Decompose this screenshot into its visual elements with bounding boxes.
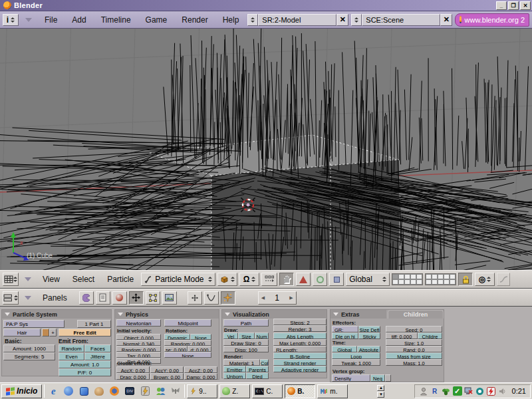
scene-browse-stepper[interactable]	[351, 14, 362, 26]
strand-render-toggle[interactable]: Strand render	[273, 359, 327, 366]
unborn-toggle[interactable]: Unborn	[223, 372, 246, 379]
frame-left-arrow-icon[interactable]: ◀	[261, 295, 265, 301]
particle-datablock-field[interactable]: PA:P Sys	[3, 320, 65, 328]
frame-counter[interactable]: ◀ 1 ▶	[258, 291, 297, 305]
size-field[interactable]: Size: 1.0	[386, 339, 442, 346]
density-dropdown[interactable]: Density	[332, 374, 370, 382]
editing-context-button[interactable]	[146, 291, 160, 305]
physics-subcontext-button[interactable]	[204, 291, 219, 305]
vel-toggle[interactable]: Vel	[223, 332, 238, 339]
tray-clock[interactable]: 0:21	[509, 387, 526, 395]
particle-subcontext-button[interactable]	[221, 291, 235, 305]
layer-buttons-right[interactable]	[425, 273, 456, 285]
adaptive-render-toggle[interactable]: Adaptive render	[273, 366, 327, 372]
physics-type-dropdown[interactable]: Newtonian	[116, 319, 161, 327]
brown-field[interactable]: Brown: 0.00	[150, 373, 184, 380]
manipulator-button[interactable]: Ω	[239, 273, 259, 286]
tray-scroll-buttons[interactable]: ▲▼	[377, 385, 384, 398]
accy-field[interactable]: AccY: 0.00	[150, 366, 184, 373]
tweak-field[interactable]: Tweak: 1.000	[332, 359, 380, 366]
globe-quicklaunch-icon[interactable]	[62, 385, 75, 397]
max-length-field[interactable]: Max Length: 0.000	[273, 339, 327, 346]
random-toggle[interactable]: Random	[59, 344, 84, 352]
vgroup-stepper[interactable]	[385, 374, 391, 382]
integrator-dropdown[interactable]: Midpoint	[164, 319, 211, 327]
panels-label[interactable]: Panels	[37, 293, 72, 303]
minimize-button[interactable]: _	[496, 1, 507, 10]
smooth-brush-button[interactable]	[313, 273, 327, 286]
taskbar-window-blender[interactable]: B.	[285, 384, 315, 398]
red-flash-tray-icon[interactable]	[487, 386, 496, 396]
antivirus-check-tray-icon[interactable]: ✓	[453, 386, 462, 396]
random-velocity-field[interactable]: Random: 0.000	[116, 346, 161, 352]
select-brush-button[interactable]	[329, 273, 344, 286]
divx-quicklaunch-icon[interactable]: DIV	[123, 385, 136, 397]
menu-game[interactable]: Game	[140, 15, 174, 25]
menu-render[interactable]: Render	[176, 15, 213, 25]
ie-quicklaunch-icon[interactable]: e	[47, 385, 60, 397]
messenger-quicklaunch-icon[interactable]	[154, 385, 167, 397]
rlength-slider[interactable]: RLength:	[273, 346, 327, 352]
se-field[interactable]: se: 0.000	[164, 346, 188, 352]
material-field[interactable]: Material: 1	[223, 359, 260, 366]
sticky-toggle[interactable]: Sticky	[358, 332, 380, 339]
title-bar[interactable]: Blender _ ❐ ✕	[0, 0, 532, 11]
children-toggle[interactable]: Childre	[418, 332, 442, 339]
tab-children[interactable]: Children	[388, 310, 444, 319]
particle-count-field[interactable]: 1 Part 1	[77, 320, 111, 328]
rand-field[interactable]: Rand: 0.0	[386, 346, 442, 352]
teal-ring-tray-icon[interactable]	[475, 386, 485, 396]
scene-selector[interactable]: SCE:Scene ✕	[351, 14, 452, 26]
collapse-triangle-icon[interactable]	[333, 313, 338, 316]
menu-file[interactable]: File	[39, 15, 63, 25]
stiff-field[interactable]: tiff: 0.000	[386, 332, 418, 339]
object-velocity-field[interactable]: Object: 0.000	[116, 334, 161, 340]
mass-from-size-toggle[interactable]: Mass from size	[386, 352, 442, 359]
restore-button[interactable]: ❐	[508, 1, 519, 10]
screen-name-field[interactable]: SR:2-Model	[258, 14, 336, 26]
object-subcontext-button[interactable]	[188, 291, 202, 305]
menu-view[interactable]: View	[37, 275, 65, 284]
scene-name-field[interactable]: SCE:Scene	[362, 14, 440, 26]
menu-add[interactable]: Add	[66, 15, 92, 25]
layer-buttons-left[interactable]	[392, 273, 423, 285]
neg-toggle[interactable]: Neg	[370, 374, 385, 382]
menu-timeline[interactable]: Timeline	[95, 15, 137, 25]
taskbar-window-cmd[interactable]: C:\C.	[252, 384, 283, 398]
emitter-toggle[interactable]: Emitter	[223, 366, 246, 372]
script-context-button[interactable]	[96, 291, 110, 305]
emit-amount-field[interactable]: Amount: 1.0	[59, 360, 111, 368]
loop-toggle[interactable]: Loop	[332, 352, 380, 359]
scene-context-button[interactable]	[162, 291, 177, 305]
leaf-tray-icon[interactable]	[442, 386, 451, 396]
faces-dropdown[interactable]: Faces	[84, 344, 111, 352]
object-context-button[interactable]	[129, 291, 144, 305]
mail-quicklaunch-icon[interactable]	[77, 385, 90, 397]
viewport-type-button[interactable]	[3, 273, 19, 286]
rotation-mode-dropdown[interactable]: None	[190, 334, 211, 340]
accz-field[interactable]: AccZ: 0.00	[184, 366, 217, 373]
even-toggle[interactable]: Even	[59, 352, 84, 360]
collapse-triangle-icon[interactable]	[25, 18, 32, 22]
pf-field[interactable]: P/F: 0	[59, 368, 111, 376]
mode-dropdown[interactable]: Particle Mode	[141, 273, 215, 286]
render-steps-field[interactable]: Render: 3	[273, 325, 327, 332]
died-toggle[interactable]: Died	[246, 372, 269, 379]
parents-toggle[interactable]: Parents	[246, 366, 269, 372]
browse-icon-button[interactable]	[42, 329, 49, 336]
normal-velocity-field[interactable]: Normal: 0.340	[116, 340, 161, 346]
dynamic-toggle[interactable]: Dynamic	[164, 334, 190, 340]
d-field[interactable]: d: 0.000	[188, 346, 211, 352]
collapse-triangle-icon[interactable]	[118, 313, 123, 316]
emule-quicklaunch-icon[interactable]	[92, 385, 106, 397]
firefox-quicklaunch-icon[interactable]	[108, 385, 121, 397]
rotation-random-field[interactable]: Random: 0.000	[164, 340, 211, 346]
shading-context-button[interactable]	[112, 291, 127, 305]
panel-header[interactable]: Physics	[115, 310, 219, 319]
abs-length-toggle[interactable]: Abs Length	[273, 332, 327, 339]
render-preview-button[interactable]: ◎	[475, 273, 495, 286]
menu-particle[interactable]: Particle	[102, 275, 139, 284]
panel-header[interactable]: Extras	[331, 310, 386, 319]
volume-tray-icon[interactable]	[498, 386, 507, 396]
num-toggle[interactable]: Num	[255, 332, 269, 339]
